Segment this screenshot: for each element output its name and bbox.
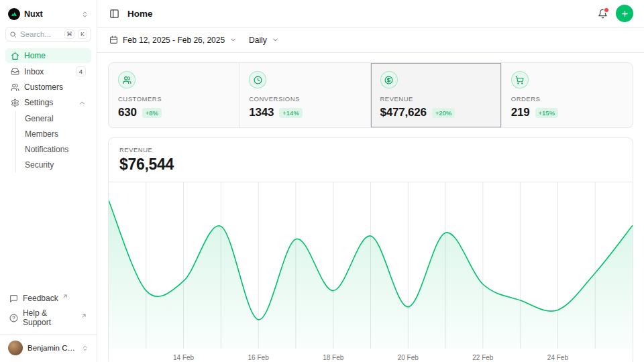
sidebar-nav: Home Inbox 4 Customers Settings General …: [5, 48, 91, 173]
sidebar-item-label: Settings: [24, 98, 53, 107]
sidebar-item-customers[interactable]: Customers: [5, 80, 91, 95]
help-circle-icon: [9, 314, 18, 322]
sidebar-item-security[interactable]: Security: [19, 158, 91, 172]
chevron-down-icon: [272, 36, 279, 44]
date-range-label: Feb 12, 2025 - Feb 26, 2025: [123, 36, 225, 45]
chevron-down-icon: [229, 36, 237, 44]
search-input[interactable]: [20, 30, 61, 38]
sidebar-subitem-label: Members: [25, 129, 58, 139]
sidebar-item-inbox[interactable]: Inbox 4: [5, 64, 91, 79]
stat-card-revenue[interactable]: REVENUE $477,626 +20%: [371, 63, 502, 127]
search-icon: [9, 31, 17, 38]
stat-label: CUSTOMERS: [118, 95, 229, 103]
stats-grid: CUSTOMERS 630 +8% CONVERSIONS 1343 +14%: [108, 62, 633, 128]
revenue-chart: 14 Feb16 Feb18 Feb20 Feb22 Feb24 Feb: [109, 182, 633, 362]
page-title: Home: [127, 9, 153, 19]
settings-subnav: General Members Notifications Security: [15, 111, 91, 172]
stat-value: 630: [118, 106, 137, 119]
x-axis-tick-label: 14 Feb: [173, 354, 195, 361]
header-actions: [598, 5, 633, 22]
x-axis-tick-label: 24 Feb: [547, 354, 569, 361]
stat-delta-badge: +20%: [432, 108, 455, 118]
notifications-button[interactable]: [598, 9, 608, 19]
search-box[interactable]: ⌘ K: [5, 27, 91, 42]
sidebar-subitem-label: Notifications: [25, 145, 68, 154]
x-axis-tick-label: 22 Feb: [472, 354, 494, 361]
home-icon: [11, 52, 19, 60]
revenue-chart-value: $76,544: [119, 156, 622, 174]
sidebar-subitem-label: General: [25, 114, 54, 123]
stat-delta-badge: +14%: [279, 108, 303, 118]
conversions-chip: [249, 71, 266, 88]
help-support-link[interactable]: Help & Support: [5, 306, 91, 330]
inbox-count-badge: 4: [76, 66, 86, 76]
stat-label: CONVERSIONS: [249, 95, 360, 103]
gear-icon: [11, 99, 19, 107]
chevron-updown-icon: [81, 11, 89, 18]
add-button[interactable]: [616, 5, 633, 22]
main-panel: Home Feb 12, 2025 - Feb 26, 2025 Daily: [97, 0, 644, 362]
app: { "brand": {"name": "Nuxt"}, "sidebar": …: [0, 0, 644, 362]
workspace-name: Nuxt: [24, 9, 43, 19]
date-range-picker[interactable]: Feb 12, 2025 - Feb 26, 2025: [108, 33, 238, 48]
stat-card-conversions[interactable]: CONVERSIONS 1343 +14%: [239, 63, 370, 127]
granularity-select[interactable]: Daily: [248, 33, 280, 48]
stat-value: 1343: [249, 106, 274, 119]
sidebar-spacer: [5, 173, 91, 291]
stat-card-customers[interactable]: CUSTOMERS 630 +8%: [109, 63, 239, 127]
sidebar-item-home[interactable]: Home: [5, 48, 91, 63]
stat-card-orders[interactable]: ORDERS 219 +15%: [502, 63, 633, 127]
revenue-chart-header: REVENUE $76,544: [109, 138, 633, 182]
users-icon: [11, 83, 19, 92]
sidebar-item-general[interactable]: General: [19, 111, 91, 126]
stat-delta-badge: +15%: [535, 108, 559, 118]
notification-dot: [604, 8, 608, 12]
stat-delta-badge: +8%: [142, 108, 162, 118]
customers-chip: [118, 71, 136, 88]
x-axis-tick-label: 20 Feb: [398, 354, 419, 361]
filters-toolbar: Feb 12, 2025 - Feb 26, 2025 Daily: [97, 27, 644, 53]
granularity-label: Daily: [249, 36, 267, 45]
dollar-circle-icon: [384, 76, 393, 84]
cart-icon: [515, 76, 524, 84]
user-name: Benjamin Canac: [28, 344, 77, 352]
clock-icon: [254, 76, 262, 84]
x-axis-tick-label: 16 Feb: [248, 354, 270, 361]
kbd-meta-key: ⌘: [64, 29, 74, 39]
sidebar-item-settings[interactable]: Settings: [5, 95, 91, 110]
inbox-icon: [11, 67, 19, 76]
page-header: Home: [97, 0, 644, 27]
feedback-link[interactable]: Feedback: [5, 291, 91, 306]
sidebar-item-label: Inbox: [24, 67, 44, 76]
stat-label: REVENUE: [380, 95, 492, 103]
sidebar-subitem-label: Security: [25, 160, 54, 170]
sidebar: Nuxt ⌘ K Home Inbox 4 Customers Settings…: [0, 0, 97, 362]
sidebar-toggle-button[interactable]: [108, 7, 121, 20]
chevron-updown-icon: [82, 345, 89, 352]
revenue-chart-label: REVENUE: [119, 146, 622, 154]
orders-chip: [511, 71, 529, 88]
stat-label: ORDERS: [511, 95, 623, 103]
nuxt-logo-icon: [8, 8, 20, 20]
sidebar-item-members[interactable]: Members: [19, 127, 91, 141]
panel-left-icon: [109, 9, 119, 19]
sidebar-item-label: Customers: [24, 82, 63, 92]
feedback-label: Feedback: [23, 294, 58, 303]
external-link-icon: [62, 294, 68, 299]
x-axis-tick-label: 18 Feb: [323, 354, 344, 361]
content: CUSTOMERS 630 +8% CONVERSIONS 1343 +14%: [97, 53, 644, 362]
external-link-icon: [81, 313, 87, 318]
revenue-chart-card: REVENUE $76,544 14 Feb16 Feb18 Feb20 Feb…: [108, 137, 633, 362]
chevron-up-icon: [78, 99, 86, 107]
workspace-switcher[interactable]: Nuxt: [5, 5, 91, 25]
help-support-label: Help & Support: [23, 308, 77, 327]
stat-value: $477,626: [380, 106, 427, 119]
kbd-k-key: K: [78, 29, 87, 39]
message-icon: [9, 294, 18, 303]
revenue-chart-body[interactable]: 14 Feb16 Feb18 Feb20 Feb22 Feb24 Feb: [109, 182, 633, 362]
stat-value: 219: [511, 106, 530, 119]
avatar: [8, 341, 23, 355]
sidebar-item-notifications[interactable]: Notifications: [19, 142, 91, 157]
user-menu[interactable]: Benjamin Canac: [5, 335, 91, 357]
sidebar-item-label: Home: [24, 51, 46, 60]
